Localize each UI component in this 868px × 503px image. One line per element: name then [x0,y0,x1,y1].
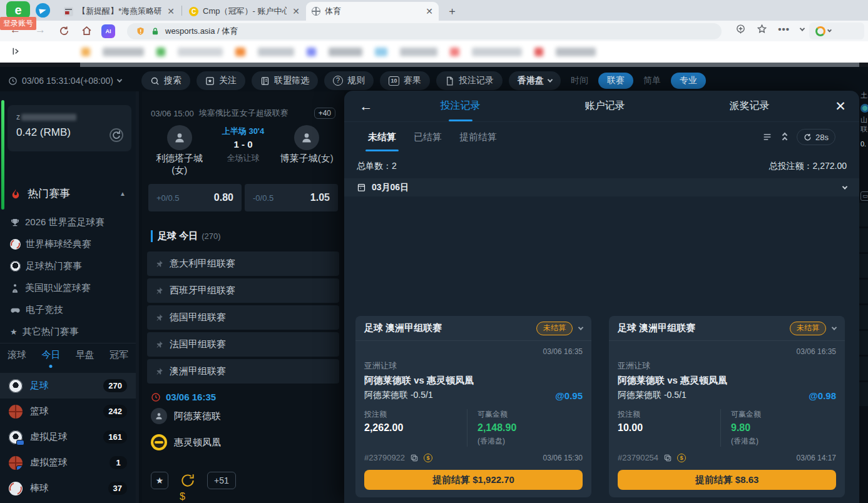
copy-icon[interactable] [410,454,419,462]
league-row-germany[interactable]: 德国甲组联赛 [147,305,339,330]
more-markets-button[interactable]: +51 [207,472,236,489]
search-button[interactable]: 搜索 [141,71,190,90]
horizontal-scroll-thumb[interactable] [80,63,859,67]
tab-live[interactable]: 滚球 [6,347,28,363]
browser-logo-icon[interactable]: e [6,1,30,19]
sidebar-item-hot-football[interactable]: 足球热门赛事 [10,255,130,277]
bookmark-star-icon[interactable] [757,24,767,34]
ai-assistant-icon[interactable]: AI [101,24,115,38]
blurred-bookmarks[interactable] [81,48,865,57]
sidebar-item-esports[interactable]: 电子竞技 [10,299,130,321]
dollar-icon[interactable]: $ [677,454,686,462]
address-bar[interactable]: wesports.asia / 体育 [127,23,722,39]
sport-row-virtual-football[interactable]: 虚拟足球 161 [0,424,136,450]
hot-collapse-icon[interactable]: ▲ [120,190,126,197]
collapse-all-icon[interactable] [783,133,787,141]
cashout-button[interactable]: 提前结算 $1,922.70 [364,470,583,490]
cashout-button[interactable]: 提前结算 $8.63 [618,470,836,490]
star-icon: ★ [10,327,18,337]
date-chevron-icon[interactable] [842,184,847,189]
login-account-badge[interactable]: 登录账号 [0,17,36,30]
close-icon[interactable]: ✕ [822,99,859,114]
card-chevron-icon[interactable] [832,325,837,330]
lock-icon[interactable] [151,27,160,36]
toolbar-chevron-icon[interactable] [800,26,805,31]
pin-icon[interactable] [155,287,163,295]
favorite-star-icon[interactable]: ★ [151,472,168,489]
subtab-unsettled[interactable]: 未结算 [368,131,396,143]
league-row-france[interactable]: 法国甲组联赛 [147,332,339,357]
pin-icon[interactable] [155,367,163,376]
toggle-simple[interactable]: 简单 [640,75,665,86]
date-group-row[interactable]: 03月06日 [344,178,859,196]
sidebar-collapse-icon[interactable] [11,46,21,56]
rules-button[interactable]: ? 规则 [324,71,374,90]
refresh-icon[interactable] [59,26,69,36]
list-view-icon[interactable] [762,132,773,142]
home-icon[interactable] [81,26,92,36]
tab-today[interactable]: 今日 [40,347,61,363]
tab1-close-icon[interactable]: ✕ [167,6,175,16]
sport-row-virtual-basketball[interactable]: 虚拟篮球 1 [0,450,136,475]
forward-icon[interactable]: → [35,24,46,36]
new-tab-button[interactable]: ＋ [447,4,457,18]
sidebar-item-nba[interactable]: 美国职业篮球赛 [10,277,130,299]
sidebar-item-other-hot[interactable]: ★ 其它热门赛事 [10,321,130,343]
cashout-icon[interactable]: $ [180,472,196,489]
sport-row-baseball[interactable]: 棒球 37 [0,475,136,501]
horizontal-scroll-track[interactable] [0,63,868,67]
sport-row-football[interactable]: 足球 270 [0,373,136,399]
odds-button-away[interactable]: -0/0.5 1.05 [245,184,338,211]
auto-refresh-button[interactable]: 28s [797,129,835,145]
sidebar-item-worldcup[interactable]: 2026 世界盃足球賽 [10,211,130,233]
league-filter-button[interactable]: 联盟筛选 [252,71,318,90]
league-row-australia[interactable]: 澳洲甲组联赛 [147,359,339,384]
tab3-close-icon[interactable]: ✕ [426,6,433,16]
browser-toolbar: ← → AI wesports.asia / 体育 ••• [0,21,868,41]
hot-events-list: 2026 世界盃足球賽 世界棒球经典赛 足球热门赛事 美国职业篮球赛 电子竞技 [10,211,130,343]
market-type-select[interactable]: 香港盘 [509,71,561,90]
browser-profile-button[interactable] [809,23,864,39]
tab2-close-icon[interactable]: ✕ [292,6,300,16]
team-row-home[interactable]: 阿德莱德联 [151,408,221,424]
bet-records-button[interactable]: 投注记录 [436,71,503,90]
modal-tab-payout-records[interactable]: 派奖记录 [677,99,822,113]
browser-tab-1[interactable]: 【新提醒】*海燕策略研究論 ✕ [58,2,180,21]
capture-icon[interactable] [735,24,746,34]
odds-button-home[interactable]: +0/0.5 0.80 [148,184,242,211]
favorites-button[interactable]: 关注 [197,71,245,90]
results-button[interactable]: 10 赛果 [380,71,430,90]
modal-tab-bet-records[interactable]: 投注记录 [388,99,533,113]
browser-tab-2[interactable]: C Cmp（冠军）- 账户中心 ✕ [183,2,305,21]
league-row-italy[interactable]: 意大利甲组联赛 [147,252,339,276]
hot-events-header[interactable]: 热门赛事 [10,186,70,201]
pin-icon[interactable] [155,260,163,268]
toggle-pro[interactable]: 专业 [671,73,706,89]
toggle-league[interactable]: 联赛 [598,73,633,89]
server-time[interactable]: 03/06 15:31:04(+08:00) [8,76,121,86]
browser-tab-active[interactable]: 体育 ✕ [306,2,439,21]
menu-dots-icon[interactable]: ••• [778,24,790,34]
card-chevron-icon[interactable] [578,325,583,330]
messenger-icon[interactable] [36,3,50,18]
toggle-time[interactable]: 时间 [567,75,592,86]
sport-row-basketball[interactable]: 篮球 242 [0,399,136,424]
warning-shield-icon[interactable] [136,26,145,36]
tab-early[interactable]: 早盘 [74,347,96,363]
sidebar-scrollbar-thumb[interactable] [1,100,4,210]
sidebar-item-baseball-classic[interactable]: 世界棒球经典赛 [10,233,130,255]
back-arrow-icon[interactable]: ← [344,99,388,114]
subtab-early-settled[interactable]: 提前结算 [459,131,497,143]
balance-refresh-icon[interactable] [109,128,124,143]
more-markets-badge[interactable]: +40 [314,108,335,119]
stake-value: 2,262.00 [364,422,467,434]
subtab-settled[interactable]: 已结算 [414,131,442,143]
league-row-spain[interactable]: 西班牙甲组联赛 [147,278,339,303]
dollar-icon[interactable]: $ [424,454,432,462]
team-row-away[interactable]: 惠灵顿凤凰 [151,434,221,450]
tab-outright[interactable]: 冠军 [108,347,130,363]
pin-icon[interactable] [155,313,163,322]
modal-tab-account-records[interactable]: 账户记录 [533,99,677,113]
pin-icon[interactable] [155,340,163,349]
copy-icon[interactable] [663,454,672,462]
